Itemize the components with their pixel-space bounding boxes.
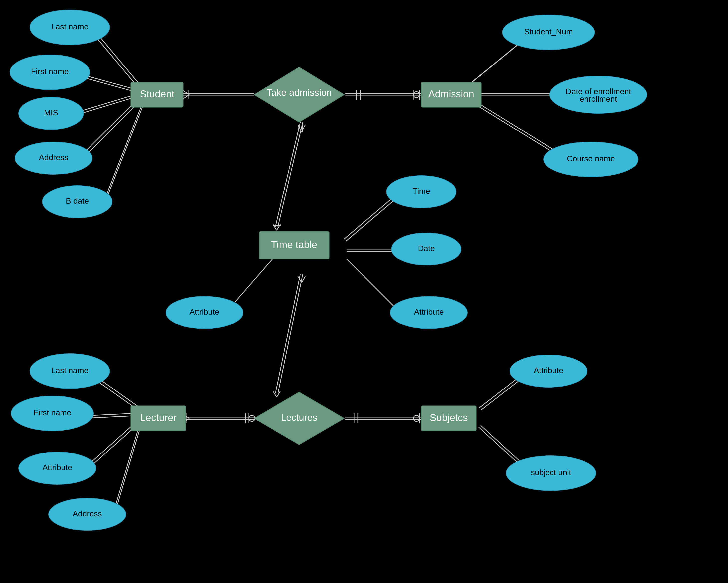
attr-lect-lastname-label: Last name	[51, 366, 88, 375]
svg-line-9	[107, 106, 143, 198]
svg-line-41	[276, 274, 301, 393]
attr-student-bdate-label: B date	[66, 196, 89, 205]
svg-line-2	[82, 75, 132, 88]
attr-lect-firstname-label: First name	[33, 408, 71, 417]
attr-tt-time-label: Time	[413, 187, 430, 195]
svg-line-0	[97, 38, 136, 85]
attr-student-mis-label: MIS	[44, 108, 58, 117]
rel-lectures-label: Lectures	[281, 412, 317, 423]
attr-subj-attribute-label: Attribute	[534, 366, 563, 375]
entity-subjects-label: Subjetcs	[430, 412, 468, 423]
entity-student-label: Student	[140, 88, 174, 100]
svg-line-7	[85, 104, 137, 157]
attr-lect-address-label: Address	[73, 509, 102, 518]
svg-line-8	[105, 107, 141, 199]
entity-admission-label: Admission	[428, 88, 474, 100]
svg-line-73	[481, 425, 525, 467]
svg-line-5	[77, 99, 131, 115]
svg-line-53	[115, 428, 138, 508]
attr-tt-date-label: Date	[418, 244, 435, 253]
attr-subj-unit-label: subject unit	[531, 468, 571, 477]
svg-line-54	[117, 427, 140, 507]
svg-point-67	[413, 415, 419, 421]
svg-line-28	[276, 122, 301, 227]
er-diagram: Student Admission Time table Lecturer Su…	[0, 0, 728, 583]
svg-line-42	[278, 274, 303, 393]
svg-line-34	[344, 197, 394, 239]
svg-point-19	[413, 92, 419, 98]
attr-admission-studentnum-label: Student_Num	[524, 27, 573, 36]
entity-lecturer-label: Lecturer	[140, 412, 177, 423]
svg-line-26	[474, 103, 558, 156]
rel-take-admission-label: Take admission	[266, 87, 332, 98]
attr-tt-attribute-right-label: Attribute	[414, 307, 444, 316]
svg-line-3	[82, 77, 132, 91]
svg-line-1	[100, 37, 138, 83]
svg-line-51	[87, 423, 135, 466]
attr-student-firstname-label: First name	[31, 67, 69, 76]
attr-admission-coursename-label: Course name	[567, 154, 615, 163]
svg-line-35	[346, 199, 396, 241]
attr-student-address-label: Address	[39, 153, 68, 162]
svg-line-29	[278, 122, 303, 227]
entity-timetable-label: Time table	[271, 239, 317, 250]
svg-line-48	[100, 379, 138, 407]
attr-student-lastname-label: Last name	[51, 22, 88, 31]
attr-lect-attribute-label: Attribute	[43, 463, 72, 472]
attr-tt-attribute-left-label: Attribute	[189, 307, 219, 316]
svg-line-52	[89, 425, 137, 468]
svg-text:enrollment: enrollment	[580, 94, 617, 103]
svg-line-27	[476, 102, 561, 154]
svg-line-39	[348, 261, 401, 313]
svg-line-4	[77, 96, 131, 112]
svg-line-47	[97, 381, 136, 409]
